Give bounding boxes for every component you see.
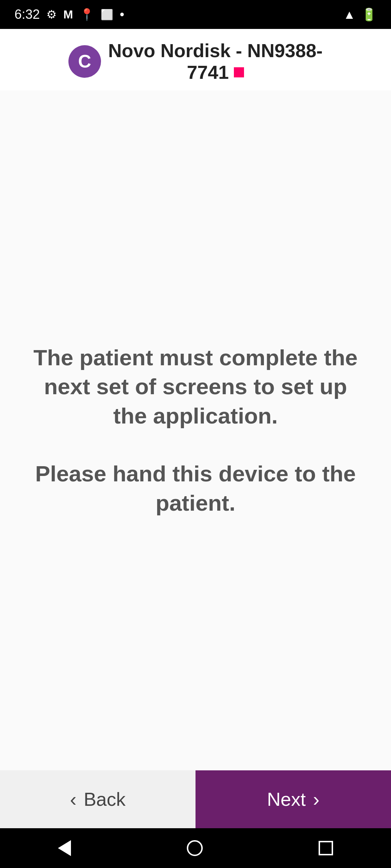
battery-icon: 🔋	[361, 7, 377, 22]
dot-indicator: •	[120, 7, 125, 22]
instruction-text: The patient must complete the next set o…	[29, 343, 362, 431]
next-chevron-icon: ›	[313, 788, 319, 810]
screenshot-icon: ⬜	[101, 9, 113, 21]
status-time: 6:32	[14, 7, 40, 22]
next-button[interactable]: Next ›	[196, 770, 391, 828]
next-label: Next	[267, 788, 306, 810]
settings-icon: ⚙	[46, 8, 57, 21]
header-badge	[234, 67, 244, 77]
location-icon: 📍	[80, 8, 94, 21]
back-nav-icon[interactable]	[58, 840, 71, 856]
back-label: Back	[84, 788, 126, 810]
header-title-line1: Novo Nordisk - NN9388-	[108, 40, 323, 61]
home-nav-icon[interactable]	[187, 840, 203, 856]
main-content: The patient must complete the next set o…	[0, 90, 391, 770]
bottom-navigation: ‹ Back Next ›	[0, 770, 391, 828]
status-right-area: ▲ 🔋	[343, 7, 377, 22]
status-time-area: 6:32 ⚙ M 📍 ⬜ •	[14, 7, 124, 22]
status-bar: 6:32 ⚙ M 📍 ⬜ • ▲ 🔋	[0, 0, 391, 29]
motorola-icon: M	[63, 8, 73, 21]
header-title-line2: 7741	[187, 61, 229, 83]
back-chevron-icon: ‹	[70, 788, 76, 810]
recents-nav-icon[interactable]	[319, 841, 333, 855]
app-logo: C	[68, 45, 101, 78]
wifi-icon: ▲	[343, 8, 356, 22]
app-header: C Novo Nordisk - NN9388- 7741	[0, 29, 391, 90]
android-nav-bar	[0, 828, 391, 868]
logo-letter: C	[78, 51, 91, 72]
back-button[interactable]: ‹ Back	[0, 770, 196, 828]
hand-device-text: Please hand this device to the patient.	[29, 459, 362, 518]
